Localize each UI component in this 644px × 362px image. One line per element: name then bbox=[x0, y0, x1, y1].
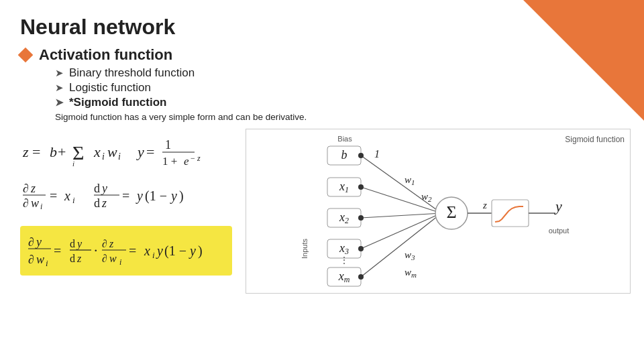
svg-text:1: 1 bbox=[165, 138, 171, 152]
deco-triangle-1 bbox=[523, 0, 644, 121]
svg-text:i: i bbox=[72, 160, 74, 168]
formula-row-2: ∂ z ∂ w i = x i d y d z = y (1 − y ) bbox=[20, 175, 232, 219]
svg-text:=: = bbox=[50, 188, 57, 203]
svg-text:z: z bbox=[197, 154, 201, 163]
svg-text:z: z bbox=[109, 238, 114, 249]
svg-text:b: b bbox=[341, 148, 347, 162]
svg-text:y: y bbox=[170, 188, 177, 204]
math-panel: z = b + Σ i x i w i y = 1 1 + e − bbox=[20, 129, 232, 294]
svg-text:=: = bbox=[122, 188, 129, 203]
content-area: z = b + Σ i x i w i y = 1 1 + e − bbox=[0, 129, 644, 294]
svg-text:∂: ∂ bbox=[23, 182, 29, 195]
formula-svg-1: z = b + Σ i x i w i y = 1 1 + e − bbox=[20, 131, 221, 168]
svg-text:·: · bbox=[94, 242, 98, 259]
svg-line-78 bbox=[361, 213, 441, 218]
svg-text:): ) bbox=[198, 243, 203, 259]
svg-text:i: i bbox=[152, 250, 155, 260]
svg-text:i: i bbox=[119, 257, 121, 267]
svg-text:w: w bbox=[31, 196, 39, 210]
svg-text:⋮: ⋮ bbox=[339, 255, 349, 265]
svg-text:d: d bbox=[94, 196, 100, 210]
main-bullet-label: Activation function bbox=[39, 46, 172, 64]
diamond-icon bbox=[18, 48, 34, 63]
svg-text:d: d bbox=[70, 253, 75, 264]
svg-text:w2: w2 bbox=[421, 191, 432, 203]
svg-text:y: y bbox=[189, 243, 196, 259]
svg-text:y: y bbox=[101, 182, 107, 195]
svg-text:output: output bbox=[549, 227, 570, 235]
svg-text:i: i bbox=[46, 258, 48, 268]
svg-text:∂: ∂ bbox=[28, 253, 34, 266]
svg-text:w: w bbox=[109, 253, 117, 264]
arrow-icon-3: ➤ bbox=[55, 97, 64, 109]
neural-network-svg: b x1 x2 x3 xm ⋮ Inputs Bias bbox=[246, 129, 630, 290]
svg-text:y: y bbox=[76, 238, 83, 250]
svg-text:e: e bbox=[184, 155, 189, 168]
svg-text:z: z bbox=[30, 182, 36, 195]
svg-text:i: i bbox=[40, 202, 42, 211]
svg-text:z: z bbox=[76, 253, 82, 264]
svg-point-89 bbox=[358, 274, 364, 280]
svg-text:Inputs: Inputs bbox=[301, 239, 309, 259]
svg-text:z: z bbox=[22, 143, 29, 160]
formula-row-3-highlighted: ∂ y ∂ w i = d y d z · ∂ z ∂ w bbox=[20, 226, 232, 276]
formula-svg-3: ∂ y ∂ w i = d y d z · ∂ z ∂ w bbox=[27, 231, 225, 270]
svg-text:∂: ∂ bbox=[102, 253, 107, 264]
svg-text:=: = bbox=[129, 243, 136, 258]
svg-text:d: d bbox=[94, 182, 100, 195]
svg-text:(1 −: (1 − bbox=[164, 243, 186, 259]
svg-text:w3: w3 bbox=[405, 249, 415, 261]
svg-text:y: y bbox=[136, 143, 144, 160]
svg-line-76 bbox=[361, 156, 441, 213]
svg-text:=: = bbox=[146, 143, 154, 160]
svg-text:∂: ∂ bbox=[28, 235, 34, 249]
svg-text:w: w bbox=[107, 143, 117, 160]
svg-text:i: i bbox=[102, 152, 105, 162]
arrow-icon-2: ➤ bbox=[55, 82, 64, 94]
sub-bullet-label-logistic: Logistic function bbox=[69, 81, 151, 95]
svg-text:x: x bbox=[93, 143, 101, 160]
svg-text:Σ: Σ bbox=[446, 202, 456, 222]
svg-text:i: i bbox=[118, 152, 121, 162]
svg-text:wm: wm bbox=[405, 267, 417, 279]
diagram-panel: Sigmoid function b x1 x2 x3 xm ⋮ Inputs … bbox=[246, 129, 631, 294]
svg-point-88 bbox=[358, 246, 364, 251]
svg-text:Bias: Bias bbox=[337, 135, 352, 143]
svg-text:∂: ∂ bbox=[23, 196, 29, 210]
svg-text:y: y bbox=[554, 198, 562, 215]
svg-text:y: y bbox=[136, 188, 143, 204]
svg-text:x: x bbox=[144, 243, 150, 258]
svg-text:1: 1 bbox=[374, 148, 380, 160]
svg-text:∂: ∂ bbox=[102, 238, 107, 249]
svg-text:−: − bbox=[191, 154, 195, 163]
svg-text:+: + bbox=[58, 143, 66, 160]
svg-text:=: = bbox=[54, 243, 61, 258]
arrow-icon-1: ➤ bbox=[55, 67, 64, 79]
svg-line-79 bbox=[361, 213, 441, 249]
svg-text:z: z bbox=[482, 200, 487, 210]
svg-text:1 +: 1 + bbox=[162, 155, 177, 168]
svg-text:i: i bbox=[72, 195, 75, 205]
svg-line-80 bbox=[361, 213, 441, 277]
svg-text:y: y bbox=[156, 243, 163, 259]
svg-text:=: = bbox=[32, 143, 40, 160]
svg-text:z: z bbox=[101, 196, 107, 210]
formula-svg-2: ∂ z ∂ w i = x i d y d z = y (1 − y ) bbox=[20, 178, 221, 217]
svg-text:y: y bbox=[35, 235, 42, 249]
sigmoid-diagram-label: Sigmoid function bbox=[565, 135, 625, 144]
svg-text:w: w bbox=[36, 253, 44, 266]
sub-bullet-label-sigmoid: *Sigmoid function bbox=[69, 96, 166, 109]
svg-text:x: x bbox=[64, 188, 70, 203]
svg-point-85 bbox=[358, 153, 364, 158]
sub-bullet-label-binary: Binary threshold function bbox=[69, 66, 195, 80]
svg-text:d: d bbox=[70, 238, 75, 249]
svg-rect-94 bbox=[492, 200, 529, 227]
formula-row-1: z = b + Σ i x i w i y = 1 1 + e − bbox=[20, 129, 232, 171]
svg-point-86 bbox=[358, 184, 364, 190]
svg-text:): ) bbox=[179, 188, 184, 204]
svg-point-87 bbox=[358, 215, 364, 221]
svg-text:b: b bbox=[50, 143, 57, 160]
svg-text:w1: w1 bbox=[405, 174, 415, 186]
svg-text:(1 −: (1 − bbox=[145, 188, 167, 204]
